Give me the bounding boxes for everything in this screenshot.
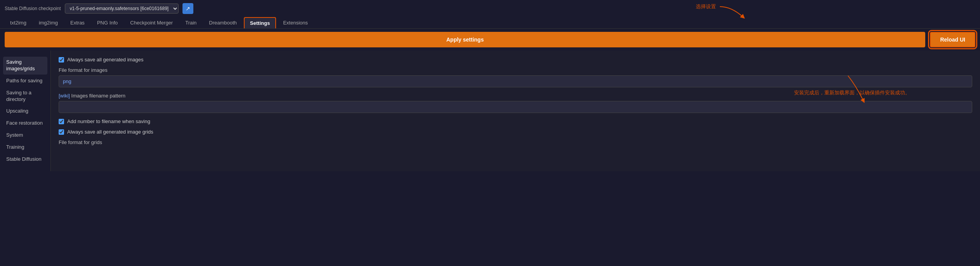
tab-png-info[interactable]: PNG Info — [92, 17, 123, 28]
wiki-link[interactable]: [wiki] — [59, 93, 70, 99]
file-format-input[interactable] — [59, 75, 972, 87]
checkbox-always-save-label: Always save all generated images — [67, 57, 144, 63]
tab-txt2img[interactable]: txt2img — [5, 17, 32, 28]
refresh-icon: ↗ — [186, 5, 190, 12]
tab-dreambooth[interactable]: Dreambooth — [203, 17, 242, 28]
checkbox-always-save-row: Always save all generated images — [59, 57, 972, 63]
top-bar: Stable Diffusion checkpoint v1-5-pruned-… — [0, 0, 980, 16]
file-format-grids-label: File format for grids — [59, 139, 972, 145]
tab-extensions[interactable]: Extensions — [278, 17, 313, 28]
checkbox-always-save[interactable] — [59, 57, 64, 63]
filename-pattern-row: [wiki] Images filename pattern — [59, 93, 972, 113]
nav-tabs: txt2img img2img Extras PNG Info Checkpoi… — [0, 16, 980, 29]
checkbox-add-number-label: Add number to filename when saving — [67, 118, 150, 124]
checkbox-save-grids-row: Always save all generated image grids — [59, 129, 972, 135]
sidebar-item-upscaling[interactable]: Upscaling — [3, 106, 47, 117]
sidebar-item-training[interactable]: Training — [3, 142, 47, 153]
sidebar-item-paths-for-saving[interactable]: Paths for saving — [3, 75, 47, 87]
tab-extras[interactable]: Extras — [65, 17, 90, 28]
filename-pattern-input[interactable] — [59, 101, 972, 113]
main-content: Saving images/grids Paths for saving Sav… — [0, 50, 980, 171]
sidebar-item-face-restoration[interactable]: Face restoration — [3, 118, 47, 129]
tab-checkpoint-merger[interactable]: Checkpoint Merger — [125, 17, 178, 28]
sidebar-item-saving-images[interactable]: Saving images/grids — [3, 57, 47, 75]
settings-panel: Always save all generated images File fo… — [50, 50, 980, 171]
tab-train[interactable]: Train — [180, 17, 202, 28]
checkbox-save-grids-label: Always save all generated image grids — [67, 129, 153, 135]
reload-ui-button[interactable]: Reload UI — [930, 32, 975, 47]
file-format-row: File format for images — [59, 67, 972, 87]
checkbox-add-number-row: Add number to filename when saving — [59, 118, 972, 124]
file-format-label: File format for images — [59, 67, 972, 73]
tab-img2img[interactable]: img2img — [33, 17, 63, 28]
checkbox-save-grids[interactable] — [59, 129, 64, 135]
apply-settings-button[interactable]: Apply settings — [5, 32, 925, 47]
checkpoint-select[interactable]: v1-5-pruned-emaonly.safetensors [6ce0161… — [65, 3, 179, 14]
sidebar: Saving images/grids Paths for saving Sav… — [0, 50, 50, 171]
sidebar-item-saving-to-directory[interactable]: Saving to a directory — [3, 87, 47, 105]
tab-settings[interactable]: Settings — [244, 17, 276, 28]
checkpoint-icon-button[interactable]: ↗ — [182, 3, 193, 14]
checkpoint-label: Stable Diffusion checkpoint — [5, 6, 61, 11]
sidebar-item-system[interactable]: System — [3, 130, 47, 141]
sidebar-item-stable-diffusion[interactable]: Stable Diffusion — [3, 154, 47, 165]
filename-pattern-label: [wiki] Images filename pattern — [59, 93, 972, 99]
action-bar: Apply settings Reload UI — [0, 29, 980, 50]
filename-pattern-label-text: Images filename pattern — [71, 93, 125, 99]
checkbox-add-number[interactable] — [59, 119, 64, 124]
